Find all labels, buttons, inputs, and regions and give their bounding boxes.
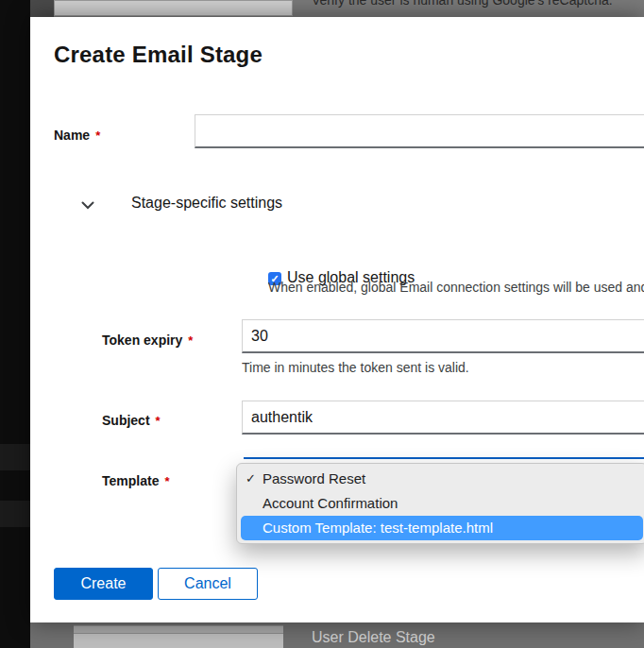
modal-title: Create Email Stage bbox=[54, 42, 263, 68]
name-label-text: Name bbox=[54, 128, 90, 143]
option-account-confirmation[interactable]: Account Confirmation bbox=[237, 491, 644, 516]
template-label: Template* bbox=[102, 473, 170, 488]
sidebar bbox=[0, 0, 30, 648]
option-label: Custom Template: test-template.html bbox=[263, 520, 493, 536]
sidebar-item bbox=[0, 501, 30, 527]
cancel-button[interactable]: Cancel bbox=[158, 568, 258, 600]
selected-check-icon: ✓ bbox=[246, 467, 261, 491]
required-asterisk: * bbox=[156, 414, 161, 428]
required-asterisk: * bbox=[164, 474, 169, 488]
required-asterisk: * bbox=[188, 333, 193, 348]
background-table-cell bbox=[54, 0, 293, 16]
token-expiry-label-text: Token expiry bbox=[102, 333, 182, 348]
template-select-focus-border bbox=[244, 457, 644, 459]
section-header: Stage-specific settings bbox=[74, 192, 602, 222]
chevron-down-icon bbox=[81, 201, 94, 210]
use-global-settings-help: When enabled, global Email connection se… bbox=[268, 280, 644, 295]
template-label-text: Template bbox=[102, 473, 159, 488]
option-password-reset[interactable]: ✓ Password Reset bbox=[237, 467, 644, 491]
option-label: Account Confirmation bbox=[263, 495, 398, 511]
subject-input[interactable] bbox=[242, 401, 644, 435]
modal-create-email-stage: Create Email Stage Name* Stage-specific … bbox=[30, 17, 644, 622]
background-table-cell bbox=[74, 625, 283, 648]
backdrop-page-edge bbox=[30, 0, 54, 17]
backdrop-top-strip: Verify the user is human using Google's … bbox=[30, 0, 644, 17]
token-expiry-help: Time in minutes the token sent is valid. bbox=[242, 360, 644, 375]
subject-label-text: Subject bbox=[102, 413, 150, 428]
subject-label: Subject* bbox=[102, 413, 161, 428]
user-delete-stage-text: User Delete Stage bbox=[312, 629, 435, 646]
backdrop-bottom-strip: User Delete Stage bbox=[30, 622, 644, 648]
name-label: Name* bbox=[54, 128, 100, 143]
section-label: Stage-specific settings bbox=[131, 195, 282, 212]
token-expiry-label: Token expiry* bbox=[102, 333, 193, 348]
name-input[interactable] bbox=[195, 114, 644, 148]
create-button[interactable]: Create bbox=[54, 568, 153, 600]
token-expiry-input[interactable] bbox=[242, 319, 644, 353]
section-toggle[interactable] bbox=[74, 195, 102, 215]
screen: Verify the user is human using Google's … bbox=[0, 0, 644, 648]
required-asterisk: * bbox=[95, 128, 100, 143]
option-label: Password Reset bbox=[263, 470, 365, 486]
option-custom-template[interactable]: Custom Template: test-template.html bbox=[241, 516, 643, 540]
background-table-cell-inner bbox=[74, 633, 283, 648]
recaptcha-description-text: Verify the user is human using Google's … bbox=[312, 0, 613, 9]
sidebar-item bbox=[0, 444, 30, 470]
template-dropdown: ✓ Password Reset Account Confirmation Cu… bbox=[236, 463, 644, 544]
